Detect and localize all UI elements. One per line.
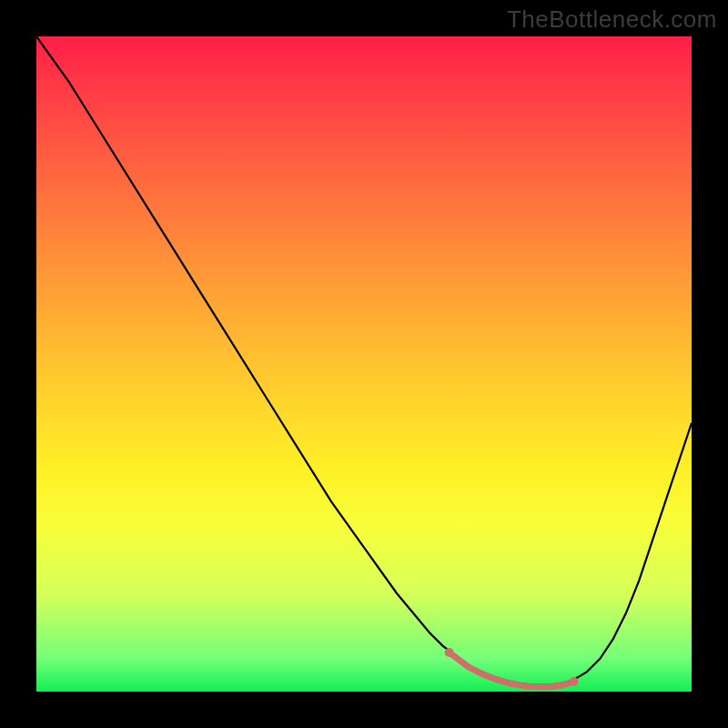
curve-overlay-svg	[36, 36, 692, 692]
plot-area	[36, 36, 692, 692]
optimal-range-marker	[450, 652, 574, 687]
watermark-text: TheBottleneck.com	[507, 5, 717, 34]
optimal-range-start-dot	[445, 648, 454, 657]
bottleneck-curve	[36, 36, 692, 685]
chart-frame: TheBottleneck.com	[0, 0, 728, 728]
optimal-range-end-dot	[569, 677, 578, 686]
